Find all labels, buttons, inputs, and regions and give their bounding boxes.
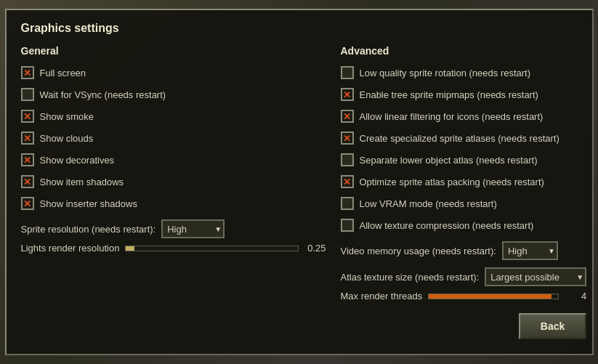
checkbox-label-item-shadows: Show item shadows bbox=[40, 177, 124, 187]
back-button[interactable]: Back bbox=[519, 313, 586, 339]
atlas-texture-row: Atlas texture size (needs restart): Larg… bbox=[341, 267, 587, 286]
checkbox-row-vsync: Wait for VSync (needs restart) bbox=[21, 86, 326, 103]
checkbox-label-texture-compression: Allow texture compression (needs restart… bbox=[360, 220, 534, 231]
atlas-texture-label: Atlas texture size (needs restart): bbox=[341, 272, 480, 283]
sprite-resolution-label: Sprite resolution (needs restart): bbox=[21, 224, 156, 235]
checkbox-row-tree-sprite-mip: Enable tree sprite mipmaps (needs restar… bbox=[341, 86, 587, 103]
max-render-threads-value: 4 bbox=[565, 291, 586, 302]
checkbox-row-sprite-atlases: Create specialized sprite atlases (needs… bbox=[341, 129, 587, 147]
sprite-resolution-select[interactable]: High Low Medium Very High bbox=[161, 219, 225, 238]
checkbox-linear-filtering[interactable] bbox=[341, 110, 354, 123]
checkbox-tree-sprite-mip[interactable] bbox=[341, 88, 354, 101]
checkbox-label-tree-sprite-mip: Enable tree sprite mipmaps (needs restar… bbox=[360, 89, 538, 100]
checkbox-label-low-quality-sprite: Low quality sprite rotation (needs resta… bbox=[360, 68, 531, 78]
checkbox-row-fullscreen: Full screen bbox=[21, 64, 326, 81]
checkbox-vsync[interactable] bbox=[21, 88, 34, 101]
checkbox-row-linear-filtering: Allow linear filtering for icons (needs … bbox=[341, 108, 587, 125]
sprite-resolution-row: Sprite resolution (needs restart): High … bbox=[21, 219, 326, 238]
video-memory-select-wrapper: High Low Medium All bbox=[502, 241, 558, 260]
checkbox-smoke[interactable] bbox=[21, 110, 34, 123]
checkbox-label-smoke: Show smoke bbox=[40, 111, 94, 122]
checkbox-row-texture-compression: Allow texture compression (needs restart… bbox=[341, 217, 587, 234]
sprite-resolution-select-wrapper: High Low Medium Very High bbox=[161, 219, 225, 238]
checkbox-fullscreen[interactable] bbox=[21, 66, 34, 79]
max-render-threads-row: Max render threads 4 bbox=[341, 291, 587, 302]
checkbox-label-clouds: Show clouds bbox=[40, 133, 94, 144]
checkbox-row-atlas-packing: Optimize sprite atlas packing (needs res… bbox=[341, 173, 587, 190]
checkbox-label-inserter-shadows: Show inserter shadows bbox=[40, 198, 137, 209]
lights-render-slider[interactable] bbox=[125, 246, 298, 251]
checkbox-label-atlas-packing: Optimize sprite atlas packing (needs res… bbox=[360, 177, 544, 187]
checkbox-decoratives[interactable] bbox=[21, 153, 34, 166]
checkbox-sprite-atlases[interactable] bbox=[341, 132, 354, 145]
general-section-title: General bbox=[21, 45, 326, 57]
checkbox-label-low-vram: Low VRAM mode (needs restart) bbox=[360, 198, 497, 209]
checkbox-label-fullscreen: Full screen bbox=[40, 68, 86, 78]
advanced-column: Advanced Low quality sprite rotation (ne… bbox=[341, 45, 587, 339]
checkbox-row-lower-object-atlas: Separate lower object atlas (needs resta… bbox=[341, 151, 587, 169]
checkbox-label-linear-filtering: Allow linear filtering for icons (needs … bbox=[360, 111, 544, 122]
max-render-threads-label: Max render threads bbox=[341, 291, 423, 302]
checkbox-row-inserter-shadows: Show inserter shadows bbox=[21, 195, 326, 212]
lights-render-fill bbox=[126, 246, 134, 251]
max-render-threads-slider[interactable] bbox=[428, 294, 559, 299]
checkbox-label-vsync: Wait for VSync (needs restart) bbox=[40, 89, 166, 100]
checkbox-row-low-vram: Low VRAM mode (needs restart) bbox=[341, 195, 587, 212]
video-memory-row: Video memory usage (needs restart): High… bbox=[341, 241, 587, 260]
checkbox-row-item-shadows: Show item shadows bbox=[21, 173, 326, 190]
checkbox-row-low-quality-sprite: Low quality sprite rotation (needs resta… bbox=[341, 64, 587, 81]
checkbox-label-sprite-atlases: Create specialized sprite atlases (needs… bbox=[360, 133, 559, 144]
video-memory-label: Video memory usage (needs restart): bbox=[341, 246, 496, 256]
dialog-title: Graphics settings bbox=[21, 22, 578, 35]
max-render-threads-fill bbox=[429, 294, 551, 299]
graphics-settings-dialog: Graphics settings General Full screen Wa… bbox=[5, 9, 594, 355]
general-column: General Full screen Wait for VSync (need… bbox=[21, 45, 326, 339]
checkbox-row-decoratives: Show decoratives bbox=[21, 151, 326, 169]
video-memory-select[interactable]: High Low Medium All bbox=[502, 241, 558, 260]
checkbox-item-shadows[interactable] bbox=[21, 175, 34, 188]
checkbox-row-clouds: Show clouds bbox=[21, 129, 326, 147]
atlas-texture-select[interactable]: Largest possible Small Medium Large bbox=[485, 267, 586, 286]
lights-render-label: Lights render resolution bbox=[21, 243, 120, 254]
lights-render-row: Lights render resolution 0.25 bbox=[21, 243, 326, 254]
checkbox-low-vram[interactable] bbox=[341, 197, 354, 210]
checkbox-clouds[interactable] bbox=[21, 132, 34, 145]
bottom-row: Back bbox=[341, 313, 587, 339]
lights-render-value: 0.25 bbox=[304, 243, 326, 254]
checkbox-label-lower-object-atlas: Separate lower object atlas (needs resta… bbox=[360, 155, 538, 166]
advanced-section-title: Advanced bbox=[341, 45, 587, 57]
checkbox-lower-object-atlas[interactable] bbox=[341, 153, 354, 166]
atlas-texture-select-wrapper: Largest possible Small Medium Large bbox=[485, 267, 586, 286]
checkbox-label-decoratives: Show decoratives bbox=[40, 155, 115, 166]
checkbox-low-quality-sprite[interactable] bbox=[341, 66, 354, 79]
checkbox-texture-compression[interactable] bbox=[341, 219, 354, 232]
checkbox-row-smoke: Show smoke bbox=[21, 108, 326, 125]
checkbox-atlas-packing[interactable] bbox=[341, 175, 354, 188]
checkbox-inserter-shadows[interactable] bbox=[21, 197, 34, 210]
